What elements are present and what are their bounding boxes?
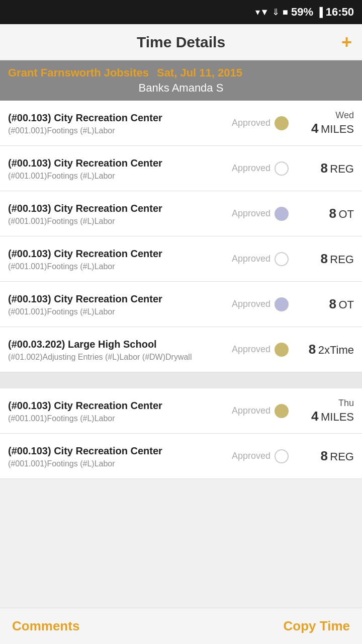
approval-circle-icon[interactable] xyxy=(275,343,289,357)
section-header-top: Grant Farnsworth Jobsites Sat, Jul 11, 2… xyxy=(8,66,354,79)
entry-middle: Approved xyxy=(218,252,289,266)
signal-icon: ■ xyxy=(283,7,288,18)
approval-circle-icon[interactable] xyxy=(275,116,289,130)
approved-label: Approved xyxy=(232,208,270,219)
time-entry-row[interactable]: (#00.103) City Recreation Center (#001.0… xyxy=(0,101,362,146)
entry-unit: MILES xyxy=(321,411,354,423)
entry-unit: MILES xyxy=(321,123,354,135)
entry-right: 8 REG xyxy=(289,251,354,267)
entry-value: 8 xyxy=(329,206,336,221)
entry-value-unit: 8 OT xyxy=(289,206,354,221)
entries-list: (#00.103) City Recreation Center (#001.0… xyxy=(0,101,362,479)
entry-value-unit: 8 REG xyxy=(289,448,354,464)
approved-label: Approved xyxy=(232,163,270,174)
entry-unit: OT xyxy=(338,208,354,220)
section-header: Grant Farnsworth Jobsites Sat, Jul 11, 2… xyxy=(0,60,362,101)
approved-label: Approved xyxy=(232,118,270,128)
entry-value-unit: 4 MILES xyxy=(289,121,354,136)
entry-middle: Approved xyxy=(218,207,289,221)
entry-middle: Approved xyxy=(218,343,289,357)
entry-sub: (#01.002)Adjusting Entries (#L)Labor (#D… xyxy=(8,353,218,362)
entry-sub: (#001.001)Footings (#L)Labor xyxy=(8,459,218,468)
time-entry-row[interactable]: (#00.103) City Recreation Center (#001.0… xyxy=(0,236,362,282)
entry-left: (#00.103) City Recreation Center (#001.0… xyxy=(8,156,218,181)
approved-label: Approved xyxy=(232,344,270,355)
approval-circle-icon[interactable] xyxy=(275,162,289,176)
entry-left: (#00.103) City Recreation Center (#001.0… xyxy=(8,111,218,135)
entry-right: 8 REG xyxy=(289,160,354,176)
entry-value: 8 xyxy=(320,251,327,266)
entry-middle: Approved xyxy=(218,404,289,418)
time-entry-row[interactable]: (#00.103) City Recreation Center (#001.0… xyxy=(0,388,362,434)
section-divider xyxy=(0,372,362,388)
entry-middle: Approved xyxy=(218,116,289,130)
entry-day: Thu xyxy=(289,398,354,409)
approval-circle-icon[interactable] xyxy=(275,404,289,418)
copy-time-button[interactable]: Copy Time xyxy=(284,618,350,634)
entry-middle: Approved xyxy=(218,297,289,311)
entry-value-unit: 8 2xTime xyxy=(289,342,354,357)
section-employee: Banks Amanda S xyxy=(8,82,354,95)
entry-title: (#00.103) City Recreation Center xyxy=(8,156,218,170)
entry-left: (#00.103) City Recreation Center (#001.0… xyxy=(8,292,218,316)
approved-label: Approved xyxy=(232,299,270,309)
entry-day: Wed xyxy=(289,110,354,121)
entry-sub: (#001.001)Footings (#L)Labor xyxy=(8,172,218,181)
entry-left: (#00.103) City Recreation Center (#001.0… xyxy=(8,444,218,468)
wifi-icon: ▾▼ xyxy=(255,7,269,18)
app-footer: Comments Copy Time xyxy=(0,608,362,644)
comments-button[interactable]: Comments xyxy=(12,618,79,634)
entry-value: 8 xyxy=(329,296,336,311)
time-entry-row[interactable]: (#00.103) City Recreation Center (#001.0… xyxy=(0,146,362,191)
entry-right: Wed 4 MILES xyxy=(289,110,354,136)
section-jobsite: Grant Farnsworth Jobsites xyxy=(8,66,149,79)
add-button[interactable]: + xyxy=(341,33,352,51)
entry-value: 4 xyxy=(311,409,318,424)
entry-value-unit: 8 REG xyxy=(289,160,354,176)
entry-value: 8 xyxy=(320,160,327,176)
entry-right: 8 2xTime xyxy=(289,342,354,357)
time-entry-row[interactable]: (#00.03.202) Large High School (#01.002)… xyxy=(0,327,362,372)
entry-title: (#00.103) City Recreation Center xyxy=(8,111,218,124)
approval-circle-icon[interactable] xyxy=(275,297,289,311)
app-header: Time Details + xyxy=(0,24,362,60)
approved-label: Approved xyxy=(232,406,270,416)
entry-value-unit: 4 MILES xyxy=(289,409,354,424)
entry-sub: (#001.001)Footings (#L)Labor xyxy=(8,307,218,316)
entry-middle: Approved xyxy=(218,162,289,176)
entry-unit: REG xyxy=(330,450,354,463)
time-entry-row[interactable]: (#00.103) City Recreation Center (#001.0… xyxy=(0,434,362,479)
entry-value: 8 xyxy=(309,342,316,357)
download-icon: ⇓ xyxy=(272,7,280,18)
entry-title: (#00.103) City Recreation Center xyxy=(8,292,218,305)
page-title: Time Details xyxy=(137,34,225,51)
entry-sub: (#001.001)Footings (#L)Labor xyxy=(8,126,218,135)
entry-value: 4 xyxy=(311,121,318,136)
battery-text: 59% xyxy=(291,6,313,19)
time-entry-row[interactable]: (#00.103) City Recreation Center (#001.0… xyxy=(0,191,362,236)
entry-sub: (#001.001)Footings (#L)Labor xyxy=(8,262,218,271)
time-display: 16:50 xyxy=(326,6,354,19)
battery-icon: ▐ xyxy=(316,7,323,18)
entry-value-unit: 8 OT xyxy=(289,296,354,312)
entry-sub: (#001.001)Footings (#L)Labor xyxy=(8,217,218,226)
entry-middle: Approved xyxy=(218,449,289,463)
entry-title: (#00.103) City Recreation Center xyxy=(8,399,218,412)
entry-left: (#00.103) City Recreation Center (#001.0… xyxy=(8,399,218,423)
approval-circle-icon[interactable] xyxy=(275,252,289,266)
entry-right: 8 REG xyxy=(289,448,354,464)
entry-unit: 2xTime xyxy=(318,344,354,356)
entry-title: (#00.03.202) Large High School xyxy=(8,338,218,351)
approval-circle-icon[interactable] xyxy=(275,449,289,463)
time-entry-row[interactable]: (#00.103) City Recreation Center (#001.0… xyxy=(0,282,362,327)
entry-title: (#00.103) City Recreation Center xyxy=(8,444,218,457)
entry-right: 8 OT xyxy=(289,296,354,312)
entry-right: Thu 4 MILES xyxy=(289,398,354,424)
entry-unit: REG xyxy=(330,163,354,175)
entry-left: (#00.103) City Recreation Center (#001.0… xyxy=(8,202,218,226)
entry-value-unit: 8 REG xyxy=(289,251,354,267)
entry-right: 8 OT xyxy=(289,206,354,221)
entry-left: (#00.103) City Recreation Center (#001.0… xyxy=(8,247,218,271)
approval-circle-icon[interactable] xyxy=(275,207,289,221)
approved-label: Approved xyxy=(232,254,270,264)
